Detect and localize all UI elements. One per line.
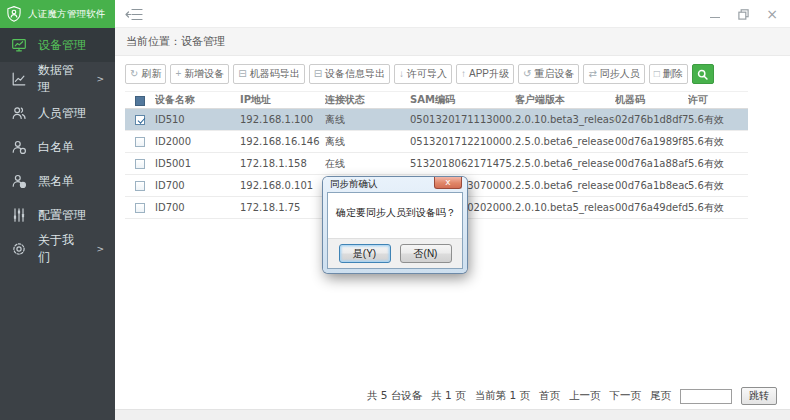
app-title: 人证魔方管理软件 bbox=[28, 8, 106, 21]
pagination-bar: 共 5 台设备共 1 页当前第 1 页首页上一页下一页尾页跳转 bbox=[367, 387, 777, 405]
plus-icon: + bbox=[175, 69, 181, 79]
people-icon bbox=[11, 105, 27, 121]
upgrade-icon: ↑ bbox=[461, 69, 466, 79]
export-icon: ⊟ bbox=[238, 69, 246, 79]
row-checkbox[interactable] bbox=[135, 159, 145, 169]
sync-icon: ⇄ bbox=[588, 69, 596, 79]
toolbar-button-label: 刷新 bbox=[141, 67, 161, 81]
dialog-body: 确定要同步人员到设备吗？ 是(Y) 否(N) bbox=[327, 192, 463, 269]
export-icon: ⊟ bbox=[314, 69, 322, 79]
select-all-checkbox[interactable] bbox=[135, 96, 145, 106]
cell-machine: 00d76a1b8eac566a… bbox=[615, 175, 688, 197]
cell-machine: 02d76b1d8df70719… bbox=[615, 109, 688, 131]
cell-sam: 0501320171113000… bbox=[410, 109, 515, 131]
cell-machine: 00d76a49defd566f1… bbox=[615, 197, 688, 219]
cell-name: ID5001 bbox=[155, 153, 240, 175]
cell-version: 2.5.0.beta6_release bbox=[515, 153, 615, 175]
close-button[interactable]: × bbox=[766, 7, 778, 21]
toolbar-button-机器码导出[interactable]: ⊟机器码导出 bbox=[233, 64, 304, 84]
sidebar-item-配置管理[interactable]: 配置管理 bbox=[0, 198, 115, 232]
toolbar-button-删除[interactable]: □删除 bbox=[649, 64, 688, 84]
cell-name: ID2000 bbox=[155, 131, 240, 153]
sidebar-item-关于我们[interactable]: 关于我们> bbox=[0, 232, 115, 266]
toolbar-button-许可导入[interactable]: ↓许可导入 bbox=[394, 64, 452, 84]
dialog-close-icon[interactable]: x bbox=[434, 177, 462, 189]
cell-license: 5.6有效 bbox=[688, 153, 748, 175]
cell-status: 离线 bbox=[325, 109, 410, 131]
sidebar-item-label: 设备管理 bbox=[38, 37, 86, 54]
sliders-icon bbox=[11, 207, 27, 223]
row-checkbox[interactable] bbox=[135, 203, 145, 213]
page-jump-input[interactable] bbox=[680, 389, 732, 404]
sidebar-collapse-icon[interactable] bbox=[125, 8, 143, 21]
toolbar-button-新增设备[interactable]: +新增设备 bbox=[170, 64, 229, 84]
dialog-footer: 是(Y) 否(N) bbox=[328, 238, 462, 268]
app-logo-shield-icon bbox=[5, 5, 23, 23]
delete-icon: □ bbox=[654, 69, 660, 79]
restore-button[interactable] bbox=[738, 7, 749, 21]
pagination-summary: 共 1 页 bbox=[431, 389, 465, 403]
cell-name: ID700 bbox=[155, 175, 240, 197]
sidebar-item-人员管理[interactable]: 人员管理 bbox=[0, 96, 115, 130]
cell-ip: 192.168.16.146 bbox=[240, 131, 325, 153]
cell-version: 2.0.10.beta3_release bbox=[515, 109, 615, 131]
toolbar-button-刷新[interactable]: ↻刷新 bbox=[125, 64, 166, 84]
toolbar-button-label: 同步人员 bbox=[600, 67, 640, 81]
sidebar-item-数据管理[interactable]: 数据管理> bbox=[0, 62, 115, 96]
toolbar-button-label: 设备信息导出 bbox=[325, 67, 385, 81]
column-header-许可: 许可 bbox=[688, 92, 748, 109]
row-checkbox[interactable] bbox=[135, 137, 145, 147]
sidebar-item-设备管理[interactable]: 设备管理 bbox=[0, 28, 115, 62]
column-header-SAM编码: SAM编码 bbox=[410, 92, 515, 109]
toolbar-button-重启设备[interactable]: ↺重启设备 bbox=[518, 64, 579, 84]
search-icon bbox=[696, 68, 709, 81]
toolbar-button-APP升级[interactable]: ↑APP升级 bbox=[456, 64, 514, 84]
pagination-summary: 共 5 台设备 bbox=[367, 389, 422, 403]
row-checkbox[interactable] bbox=[135, 181, 145, 191]
cell-version: 2.5.0.beta6_release bbox=[515, 131, 615, 153]
minimize-button[interactable] bbox=[709, 7, 721, 21]
cell-ip: 172.18.1.75 bbox=[240, 197, 325, 219]
bottom-strip bbox=[115, 409, 790, 420]
page-link-尾页[interactable]: 尾页 bbox=[650, 389, 671, 403]
pagination-summary: 当前第 1 页 bbox=[475, 389, 530, 403]
sidebar-item-黑名单[interactable]: 黑名单 bbox=[0, 164, 115, 198]
column-header-连接状态: 连接状态 bbox=[325, 92, 410, 109]
device-row[interactable]: ID2000192.168.16.146离线0513201712210000…2… bbox=[125, 131, 748, 153]
toolbar-button-label: 许可导入 bbox=[407, 67, 447, 81]
cell-version: 2.0.10.beta5_release bbox=[515, 197, 615, 219]
cell-status: 在线 bbox=[325, 153, 410, 175]
app-brand: 人证魔方管理软件 bbox=[0, 0, 115, 28]
search-button[interactable] bbox=[692, 64, 714, 84]
sidebar-item-白名单[interactable]: 白名单 bbox=[0, 130, 115, 164]
chevron-right-icon: > bbox=[96, 244, 104, 254]
restart-icon: ↺ bbox=[523, 69, 531, 79]
yes-button[interactable]: 是(Y) bbox=[339, 244, 391, 263]
breadcrumb: 当前位置：设备管理 bbox=[115, 28, 790, 56]
window-controls: × bbox=[709, 0, 778, 28]
sidebar-item-label: 白名单 bbox=[38, 139, 74, 156]
monitor-chart-icon bbox=[11, 37, 27, 53]
toolbar-button-设备信息导出[interactable]: ⊟设备信息导出 bbox=[309, 64, 390, 84]
person-circle-icon bbox=[11, 139, 27, 155]
toolbar-button-同步人员[interactable]: ⇄同步人员 bbox=[583, 64, 644, 84]
column-header-客户端版本: 客户端版本 bbox=[515, 92, 615, 109]
row-checkbox[interactable] bbox=[135, 115, 145, 125]
no-button[interactable]: 否(N) bbox=[400, 244, 452, 263]
page-link-上一页[interactable]: 上一页 bbox=[569, 389, 601, 403]
page-link-下一页[interactable]: 下一页 bbox=[610, 389, 642, 403]
toolbar: ↻刷新+新增设备⊟机器码导出⊟设备信息导出↓许可导入↑APP升级↺重启设备⇄同步… bbox=[125, 64, 790, 84]
page-link-首页[interactable]: 首页 bbox=[539, 389, 560, 403]
dialog-message: 确定要同步人员到设备吗？ bbox=[328, 193, 462, 238]
cell-status: 离线 bbox=[325, 131, 410, 153]
cell-license: 5.6有效 bbox=[688, 109, 748, 131]
cell-name: ID510 bbox=[155, 109, 240, 131]
toolbar-button-label: 重启设备 bbox=[534, 67, 574, 81]
chevron-right-icon: > bbox=[96, 74, 104, 84]
import-icon: ↓ bbox=[399, 69, 404, 79]
sidebar-item-label: 配置管理 bbox=[38, 207, 86, 224]
device-row[interactable]: ID5001172.18.1.158在线5132018062171475…2.5… bbox=[125, 153, 748, 175]
page-jump-button[interactable]: 跳转 bbox=[741, 387, 777, 405]
device-row[interactable]: ID510192.168.1.100离线0501320171113000…2.0… bbox=[125, 109, 748, 131]
sidebar-item-label: 关于我们 bbox=[38, 232, 83, 266]
